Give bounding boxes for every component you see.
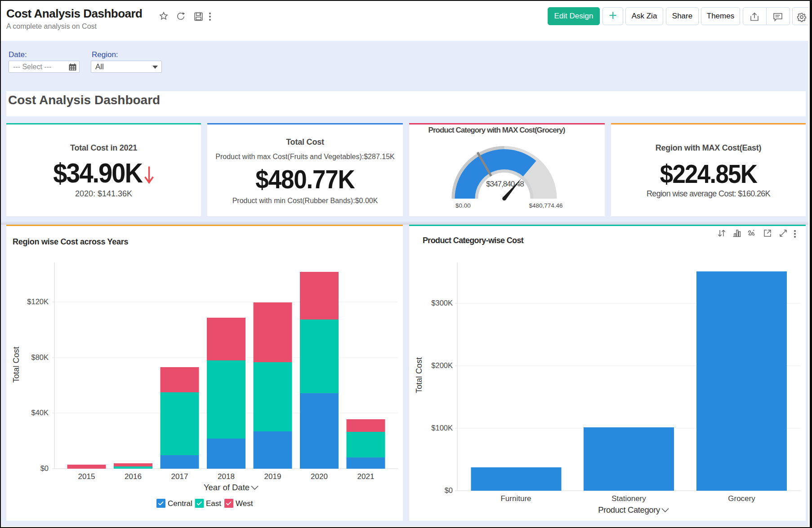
svg-text:2021: 2021 — [357, 472, 375, 481]
svg-text:$80K: $80K — [31, 353, 49, 361]
svg-text:$0: $0 — [40, 464, 49, 472]
svg-text:Year of Date: Year of Date — [204, 483, 250, 492]
svg-text:Product Category: Product Category — [598, 505, 660, 515]
svg-text:$347,840.48: $347,840.48 — [486, 180, 524, 188]
svg-text:$0: $0 — [445, 486, 453, 494]
svg-text:$480,774.46: $480,774.46 — [529, 202, 562, 209]
svg-text:Total Cost: Total Cost — [12, 346, 21, 382]
svg-text:$40K: $40K — [31, 408, 49, 417]
svg-text:East: East — [206, 499, 221, 508]
svg-text:Product Category-wise Cost: Product Category-wise Cost — [423, 236, 524, 245]
svg-text:Grocery: Grocery — [728, 494, 755, 503]
svg-text:2016: 2016 — [125, 472, 142, 481]
svg-text:$200K: $200K — [431, 361, 453, 369]
svg-text:2019: 2019 — [264, 472, 281, 481]
svg-text:Region wise Cost across Years: Region wise Cost across Years — [13, 237, 128, 246]
svg-text:Stationery: Stationery — [611, 494, 646, 503]
svg-text:$100K: $100K — [431, 424, 453, 432]
svg-text:$0.00: $0.00 — [455, 202, 471, 209]
svg-text:Furniture: Furniture — [500, 494, 531, 503]
svg-text:$300K: $300K — [431, 299, 453, 307]
svg-text:2020: 2020 — [311, 472, 328, 481]
svg-text:2015: 2015 — [78, 472, 95, 481]
svg-text:Central: Central — [168, 499, 192, 508]
svg-text:2018: 2018 — [218, 472, 235, 481]
svg-text:$120K: $120K — [27, 297, 49, 306]
svg-text:West: West — [236, 499, 253, 508]
svg-text:Total Cost: Total Cost — [415, 357, 424, 393]
svg-text:2017: 2017 — [171, 472, 188, 481]
